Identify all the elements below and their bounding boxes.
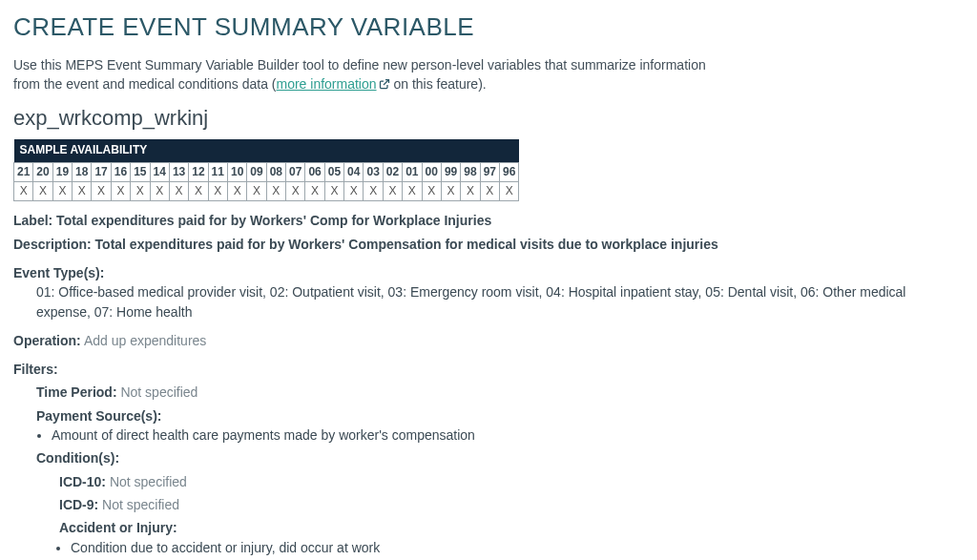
mark-cell: X <box>227 181 246 200</box>
mark-cell: X <box>73 181 92 200</box>
mark-cell: X <box>111 181 130 200</box>
intro-text: Use this MEPS Event Summary Variable Bui… <box>13 55 719 94</box>
event-types-value: 01: Office-based medical provider visit,… <box>36 282 964 321</box>
sample-availability-table: SAMPLE AVAILABILITY 21201918171615141312… <box>13 139 519 201</box>
year-cell: 06 <box>305 162 324 181</box>
mark-cell: X <box>461 181 480 200</box>
intro-post: on this feature). <box>390 76 487 92</box>
mark-cell: X <box>499 181 518 200</box>
icd9-label: ICD-9: <box>59 497 98 512</box>
accident-label: Accident or Injury: <box>59 520 177 535</box>
year-cell: 18 <box>73 162 92 181</box>
mark-cell: X <box>383 181 402 200</box>
filters-label: Filters: <box>13 362 58 377</box>
icd10-value: Not specified <box>106 474 187 489</box>
page-title: CREATE EVENT SUMMARY VARIABLE <box>13 10 964 46</box>
year-cell: 03 <box>364 162 383 181</box>
operation-value: Add up expenditures <box>81 333 207 348</box>
more-info-link[interactable]: more information <box>277 76 390 92</box>
mark-cell: X <box>169 181 188 200</box>
mark-cell: X <box>33 181 52 200</box>
year-cell: 07 <box>286 162 305 181</box>
mark-cell: X <box>422 181 441 200</box>
year-cell: 98 <box>461 162 480 181</box>
mark-cell: X <box>189 181 208 200</box>
mark-cell: X <box>150 181 169 200</box>
year-cell: 17 <box>92 162 111 181</box>
accident-item: Condition due to accident or injury, did… <box>71 538 964 557</box>
year-cell: 09 <box>247 162 266 181</box>
year-cell: 21 <box>14 162 33 181</box>
event-types-label: Event Type(s): <box>13 265 104 280</box>
year-cell: 10 <box>227 162 246 181</box>
sample-header: SAMPLE AVAILABILITY <box>14 139 519 162</box>
year-cell: 01 <box>403 162 422 181</box>
year-cell: 97 <box>480 162 499 181</box>
mark-cell: X <box>480 181 499 200</box>
mark-cell: X <box>441 181 460 200</box>
year-cell: 08 <box>266 162 285 181</box>
year-cell: 02 <box>383 162 402 181</box>
mark-cell: X <box>266 181 285 200</box>
year-cell: 20 <box>33 162 52 181</box>
year-cell: 14 <box>150 162 169 181</box>
external-link-icon <box>379 78 390 90</box>
year-cell: 05 <box>324 162 343 181</box>
description-row: Description: Total expenditures paid for… <box>13 235 964 254</box>
year-cell: 11 <box>208 162 227 181</box>
year-cell: 13 <box>169 162 188 181</box>
year-cell: 12 <box>189 162 208 181</box>
mark-cell: X <box>364 181 383 200</box>
variable-name: exp_wrkcomp_wrkinj <box>13 103 964 134</box>
payment-source-item: Amount of direct health care payments ma… <box>52 425 964 445</box>
time-period-value: Not specified <box>117 384 198 400</box>
mark-cell: X <box>52 181 72 200</box>
year-cell: 96 <box>499 162 518 181</box>
icd10-label: ICD-10: <box>59 474 106 489</box>
mark-cell: X <box>324 181 343 200</box>
label-row: Label: Total expenditures paid for by Wo… <box>13 211 964 230</box>
mark-cell: X <box>14 181 33 200</box>
year-cell: 19 <box>52 162 72 181</box>
year-cell: 00 <box>422 162 441 181</box>
mark-cell: X <box>305 181 324 200</box>
mark-cell: X <box>92 181 111 200</box>
icd9-value: Not specified <box>98 497 179 512</box>
mark-cell: X <box>131 181 150 200</box>
year-cell: 15 <box>131 162 150 181</box>
year-cell: 16 <box>111 162 130 181</box>
conditions-label: Condition(s): <box>36 450 119 466</box>
year-cell: 04 <box>344 162 364 181</box>
payment-source-label: Payment Source(s): <box>36 408 161 424</box>
mark-cell: X <box>344 181 364 200</box>
operation-label: Operation: <box>13 333 81 348</box>
time-period-label: Time Period: <box>36 384 117 400</box>
year-cell: 99 <box>441 162 460 181</box>
mark-cell: X <box>208 181 227 200</box>
mark-cell: X <box>247 181 266 200</box>
mark-cell: X <box>286 181 305 200</box>
mark-cell: X <box>403 181 422 200</box>
